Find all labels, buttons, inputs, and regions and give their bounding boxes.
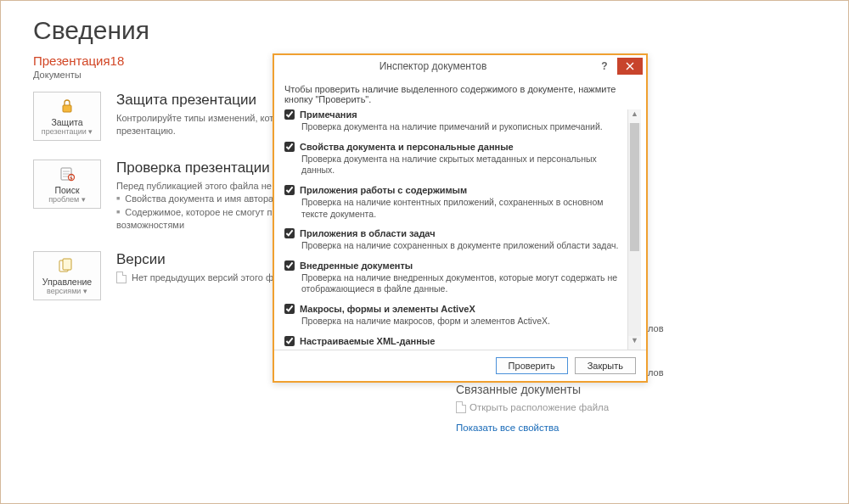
inspector-checkbox[interactable] — [284, 142, 295, 152]
inspector-item-desc: Проверка на наличие макросов, форм и эле… — [301, 316, 627, 328]
help-button[interactable]: ? — [592, 58, 617, 75]
inspector-item: Приложения в области задачПроверка на на… — [284, 228, 627, 252]
inspector-checkbox[interactable] — [284, 185, 295, 195]
versions-section-desc: Нет предыдущих версий этого файла. — [116, 272, 297, 284]
versions-icon — [58, 256, 76, 275]
related-docs-heading: Связанные документы — [456, 383, 609, 396]
document-inspector-dialog: Инспектор документов ? Чтобы проверить н… — [273, 53, 648, 383]
dialog-title: Инспектор документов — [274, 60, 592, 72]
inspector-item-name: Свойства документа и персональные данные — [300, 142, 514, 152]
inspector-item-name: Настраиваемые XML-данные — [300, 336, 435, 346]
page-title: Сведения — [33, 16, 848, 45]
inspector-checkbox[interactable] — [284, 336, 295, 346]
inspector-item-name: Примечания — [300, 109, 357, 120]
inspector-item: ПримечанияПроверка документа на наличие … — [284, 109, 627, 133]
inspector-item-name: Приложения в области задач — [300, 228, 436, 238]
protect-presentation-button[interactable]: Защита презентации ▾ — [33, 92, 101, 141]
lock-icon — [58, 97, 76, 115]
tile-label: Поиск — [54, 185, 79, 195]
inspector-item-name: Внедренные документы — [300, 260, 413, 271]
svg-rect-0 — [63, 105, 71, 112]
dialog-instruction: Чтобы проверить наличие выделенного соде… — [274, 77, 646, 109]
close-icon — [626, 62, 634, 70]
inspector-item-desc: Проверка документа на наличие примечаний… — [301, 121, 627, 133]
inspector-item-name: Приложения работы с содержимым — [300, 185, 467, 195]
inspector-item: Макросы, формы и элементы ActiveXПроверк… — [284, 304, 627, 328]
scroll-down-icon[interactable]: ▼ — [628, 336, 641, 350]
tile-sublabel: версиями ▾ — [47, 287, 87, 295]
inspector-checkbox[interactable] — [284, 228, 295, 238]
svg-rect-4 — [63, 259, 71, 270]
inspector-item: Внедренные документыПроверка на наличие … — [284, 260, 627, 295]
tile-label: Защита — [51, 117, 82, 127]
inspector-item: Свойства документа и персональные данные… — [284, 142, 627, 176]
inspector-list: ПримечанияПроверка документа на наличие … — [284, 109, 627, 350]
scroll-up-icon[interactable]: ▲ — [628, 109, 641, 123]
inspector-checkbox[interactable] — [284, 260, 295, 271]
close-dialog-button[interactable]: Закрыть — [575, 357, 636, 374]
inspector-checkbox[interactable] — [284, 304, 295, 314]
scroll-thumb[interactable] — [630, 123, 639, 251]
inspector-item-desc: Проверка документа на наличие скрытых ме… — [301, 154, 627, 176]
checklist-icon — [58, 165, 76, 183]
file-icon — [456, 401, 466, 413]
scrollbar[interactable]: ▲ ▼ — [627, 109, 641, 350]
tile-label: Управление — [42, 277, 92, 287]
versions-section-title: Версии — [116, 251, 297, 268]
inspector-item-desc: Проверка на наличие сохраненных в докуме… — [301, 240, 627, 252]
inspector-item-desc: Проверка на наличие внедренных документо… — [301, 272, 627, 295]
open-file-location[interactable]: Открыть расположение файла — [456, 401, 609, 413]
file-icon — [116, 272, 127, 283]
tile-sublabel: проблем ▾ — [48, 195, 86, 204]
close-button[interactable] — [617, 58, 643, 75]
inspector-item-desc: Проверка на наличие контентных приложени… — [301, 197, 627, 220]
inspector-item: Приложения работы с содержимымПроверка н… — [284, 185, 627, 220]
inspector-item-name: Макросы, формы и элементы ActiveX — [300, 304, 475, 314]
show-all-properties-link[interactable]: Показать все свойства — [456, 423, 559, 433]
inspect-button[interactable]: Проверить — [496, 357, 568, 374]
inspector-item-desc: Проверка документа на наличие настраивае… — [301, 348, 627, 350]
inspector-checkbox[interactable] — [284, 109, 295, 120]
tile-sublabel: презентации ▾ — [42, 127, 93, 136]
manage-versions-button[interactable]: Управление версиями ▾ — [33, 251, 101, 300]
inspector-item: Настраиваемые XML-данныеПроверка докумен… — [284, 336, 627, 350]
check-problems-button[interactable]: Поиск проблем ▾ — [33, 160, 101, 209]
